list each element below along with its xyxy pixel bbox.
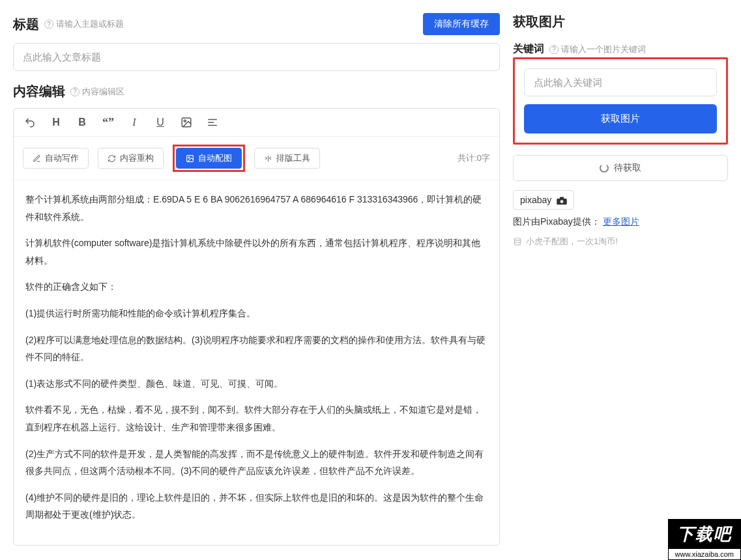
format-toolbar: H B “” I U [14,109,499,137]
bold-icon[interactable]: B [75,115,89,130]
content-label: 内容编辑 [13,83,65,100]
content-section-header: 内容编辑 ? 内容编辑区 [13,83,500,100]
keyword-hint: ? 请输入一个图片关键词 [549,44,646,55]
auto-write-button[interactable]: 自动写作 [23,148,89,169]
undo-icon[interactable] [23,115,37,130]
content-paragraph: (2)生产方式不同的软件是开发，是人类智能的高发挥，而不是传统意义上的硬件制造。… [25,445,487,480]
pixabay-badge: pixabay [513,190,574,210]
content-paragraph: 整个计算机系统由两部分组成：E.69DA 5 E 6 BA 9062616964… [25,191,487,225]
content-hint: ? 内容编辑区 [70,86,124,98]
content-paragraph: (1)提供运行时所需功能和性能的命令或计算机程序集合。 [25,305,487,322]
keyword-input[interactable] [524,68,717,96]
highlight-keyword-area: 获取图片 [513,57,728,145]
pending-status: 待获取 [513,155,728,181]
italic-icon[interactable]: I [127,115,141,130]
watermark-url: www.xiazaiba.com [668,548,741,560]
get-image-title: 获取图片 [513,13,728,31]
highlight-auto-image: 自动配图 [173,145,245,172]
get-image-button[interactable]: 获取图片 [524,104,717,133]
coin-icon [513,237,522,246]
layout-icon [264,154,272,163]
svg-point-10 [514,238,520,241]
clear-cache-button[interactable]: 清除所有缓存 [423,13,500,35]
action-toolbar: 自动写作 内容重构 自动配图 排版工具 共计:0字 [14,137,499,180]
article-title-input[interactable] [13,43,500,71]
content-paragraph: (4)维护不同的硬件是旧的，理论上软件是旧的，并不坏，但实际上软件也是旧的和坏的… [25,489,487,524]
keyword-label: 关键词 [513,42,544,56]
main-column: 标题 ? 请输入主题或标题 清除所有缓存 内容编辑 ? 内容编辑区 H [13,13,500,546]
title-hint: ? 请输入主题或标题 [44,18,124,30]
editor-box: H B “” I U 自动写作 内容重构 [13,108,500,546]
editor-content[interactable]: 整个计算机系统由两部分组成：E.69DA 5 E 6 BA 9062616964… [14,180,499,545]
layout-tool-button[interactable]: 排版工具 [254,148,320,169]
image-credit: 图片由Pixabay提供： 更多图片 [513,216,728,228]
refresh-icon [108,154,116,163]
svg-rect-8 [560,197,564,199]
content-paragraph: (2)程序可以满意地处理信息的数据结构。(3)说明程序功能要求和程序需要的文档的… [25,331,487,366]
sidebar-column: 获取图片 关键词 ? 请输入一个图片关键词 获取图片 待获取 pixabay 图… [513,13,728,546]
svg-point-9 [560,200,564,203]
watermark-logo: 下载吧 [668,519,741,548]
content-paragraph: (1)表达形式不同的硬件类型、颜色、味道、可见、可摸、可闻。 [25,375,487,393]
word-counter: 共计:0字 [458,152,490,164]
more-images-link[interactable]: 更多图片 [603,216,639,227]
underline-icon[interactable]: U [153,115,167,130]
align-icon[interactable] [205,115,220,130]
camera-icon [555,196,567,204]
tip-line: 小虎子配图，一次1淘币! [513,236,728,247]
help-icon: ? [44,20,53,29]
heading-icon[interactable]: H [49,115,63,130]
watermark: 下载吧 www.xiazaiba.com [668,519,741,560]
content-paragraph: 计算机软件(computer software)是指计算机系统中除硬件以外的所有… [25,234,487,269]
svg-point-6 [188,156,190,158]
help-icon: ? [70,87,80,96]
quote-icon[interactable]: “” [101,115,115,130]
help-icon: ? [549,45,559,54]
svg-point-1 [184,120,186,122]
spinner-icon [600,163,609,173]
content-paragraph: 软件的正确含义如下： [25,278,487,296]
restructure-button[interactable]: 内容重构 [98,148,164,169]
title-section-header: 标题 ? 请输入主题或标题 清除所有缓存 [13,13,500,35]
image-icon[interactable] [179,115,194,130]
picture-icon [186,154,194,163]
content-paragraph: 软件看不见，无色，枯燥，看不见，摸不到，闻不到。软件大部分存在于人们的头脑或纸上… [25,401,487,436]
pencil-icon [33,154,41,163]
title-label: 标题 [13,16,39,33]
auto-image-button[interactable]: 自动配图 [176,148,242,169]
